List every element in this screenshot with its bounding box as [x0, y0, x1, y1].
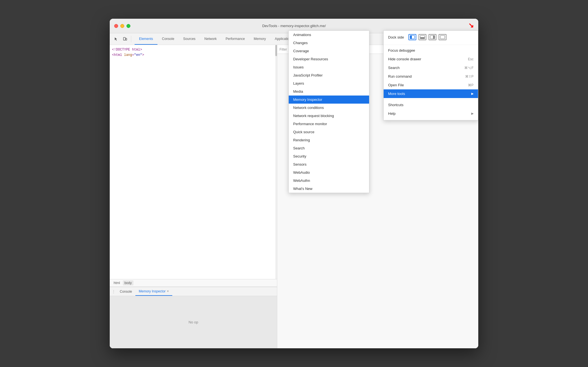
shortcuts-label: Shortcuts [388, 103, 403, 107]
cursor-icon[interactable] [112, 35, 120, 43]
menu-item-changes[interactable]: Changes [289, 45, 369, 47]
toolbar-separator [131, 36, 131, 42]
tab-elements[interactable]: Elements [135, 33, 157, 45]
menu-item-network-conditions[interactable]: Network conditions [289, 104, 369, 112]
drawer-tab-memory-inspector[interactable]: Memory Inspector ✕ [135, 287, 172, 296]
menu-item-coverage[interactable]: Coverage [289, 47, 369, 55]
content-area: <!DOCTYPE html> <html lang="en"> html bo… [110, 45, 478, 348]
hide-console-drawer-item[interactable]: Hide console drawer Esc [384, 55, 478, 63]
more-tools-submenu-arrow: ▶ [471, 92, 474, 96]
device-icon[interactable] [121, 35, 129, 43]
settings-panel: Dock side [383, 45, 478, 120]
scroll-indicator[interactable] [275, 45, 277, 279]
run-command-item[interactable]: Run command ⌘⇧P [384, 72, 478, 81]
elements-panel: <!DOCTYPE html> <html lang="en"> html bo… [110, 45, 277, 287]
settings-divider-2 [384, 99, 478, 99]
tab-console[interactable]: Console [157, 33, 179, 45]
open-file-label: Open File [388, 83, 404, 87]
open-file-item[interactable]: Open File ⌘P [384, 81, 478, 89]
svg-rect-1 [126, 38, 127, 40]
more-tools-item[interactable]: More tools ▶ [384, 89, 478, 98]
menu-item-developer-resources[interactable]: Developer Resources [289, 55, 369, 63]
more-tools-menu: Animations Changes Coverage Developer Re… [288, 45, 369, 193]
minimize-button[interactable] [120, 24, 124, 28]
menu-item-network-request-blocking[interactable]: Network request blocking [289, 112, 369, 120]
menu-item-memory-inspector[interactable]: Memory Inspector [289, 96, 369, 104]
breadcrumb-html[interactable]: html [112, 280, 122, 285]
run-command-shortcut: ⌘⇧P [465, 75, 474, 78]
menu-item-quick-source[interactable]: Quick source [289, 128, 369, 136]
traffic-lights [114, 24, 130, 28]
menu-item-issues[interactable]: Issues [289, 63, 369, 71]
menu-item-rendering[interactable]: Rendering [289, 136, 369, 144]
search-item[interactable]: Search ⌘⌥F [384, 63, 478, 72]
help-item[interactable]: Help ▶ [384, 109, 478, 118]
tab-performance[interactable]: Performance [221, 33, 249, 45]
tab-network[interactable]: Network [200, 33, 221, 45]
drawer-tab-console[interactable]: Console [116, 287, 135, 296]
menu-item-media[interactable]: Media [289, 87, 369, 96]
devtools-window: DevTools - memory-inspector.glitch.me/ ↘ [110, 19, 478, 348]
focus-debuggee-item[interactable]: Focus debuggee [384, 46, 478, 55]
hide-console-drawer-shortcut: Esc [468, 57, 474, 61]
maximize-button[interactable] [126, 24, 130, 28]
menu-item-performance-monitor[interactable]: Performance monitor [289, 120, 369, 128]
no-op-message: No op [188, 320, 198, 324]
menu-item-security[interactable]: Security [289, 152, 369, 160]
devtools-content: Elements Console Sources Network Perform… [110, 33, 478, 348]
menu-item-webauthn[interactable]: WebAuthn [289, 177, 369, 185]
right-panel: Filter Animations Changes Coverage Devel… [277, 45, 478, 348]
html-doctype: <!DOCTYPE html> [112, 47, 275, 53]
menu-item-javascript-profiler[interactable]: JavaScript Profiler [289, 71, 369, 79]
filter-label: Filter [279, 47, 287, 51]
html-root: <html lang="en"> [112, 53, 275, 58]
red-arrow-icon: ↘ [468, 22, 474, 29]
help-label: Help [388, 111, 396, 116]
close-memory-inspector-tab[interactable]: ✕ [167, 290, 169, 293]
more-tools-label: More tools [388, 92, 405, 96]
main-tabs: Elements Console Sources Network Perform… [135, 33, 302, 45]
left-panel: <!DOCTYPE html> <html lang="en"> html bo… [110, 45, 277, 348]
close-button[interactable] [114, 24, 118, 28]
doctype-text: <!DOCTYPE html> [112, 48, 142, 52]
focus-debuggee-label: Focus debuggee [388, 48, 415, 53]
search-shortcut: ⌘⌥F [464, 66, 474, 70]
drawer: ⋮ Console Memory Inspector ✕ No op [110, 287, 277, 348]
toolbar-icons [110, 35, 135, 43]
breadcrumb-body[interactable]: body [123, 280, 133, 285]
shortcuts-item[interactable]: Shortcuts [384, 101, 478, 109]
open-file-shortcut: ⌘P [468, 83, 474, 87]
tab-memory[interactable]: Memory [249, 33, 270, 45]
menu-item-search[interactable]: Search [289, 144, 369, 152]
dropdown-overlay: Animations Changes Coverage Developer Re… [277, 45, 478, 348]
menu-item-whats-new[interactable]: What's New [289, 185, 369, 193]
help-submenu-arrow: ▶ [471, 112, 474, 115]
window-title: DevTools - memory-inspector.glitch.me/ [262, 24, 326, 28]
elements-view: <!DOCTYPE html> <html lang="en"> [110, 45, 277, 279]
scroll-thumb[interactable] [275, 45, 277, 56]
drawer-content: No op [110, 296, 277, 348]
menu-item-layers[interactable]: Layers [289, 79, 369, 87]
run-command-label: Run command [388, 74, 412, 78]
menu-item-sensors[interactable]: Sensors [289, 160, 369, 168]
hide-console-drawer-label: Hide console drawer [388, 57, 421, 61]
menu-item-webaudio[interactable]: WebAudio [289, 168, 369, 177]
search-label: Search [388, 66, 400, 70]
svg-rect-0 [123, 37, 125, 40]
breadcrumb-bar: html body [110, 279, 277, 287]
drawer-tabs: ⋮ Console Memory Inspector ✕ [110, 287, 277, 296]
tab-sources[interactable]: Sources [179, 33, 200, 45]
drawer-drag-icon: ⋮ [111, 289, 116, 294]
